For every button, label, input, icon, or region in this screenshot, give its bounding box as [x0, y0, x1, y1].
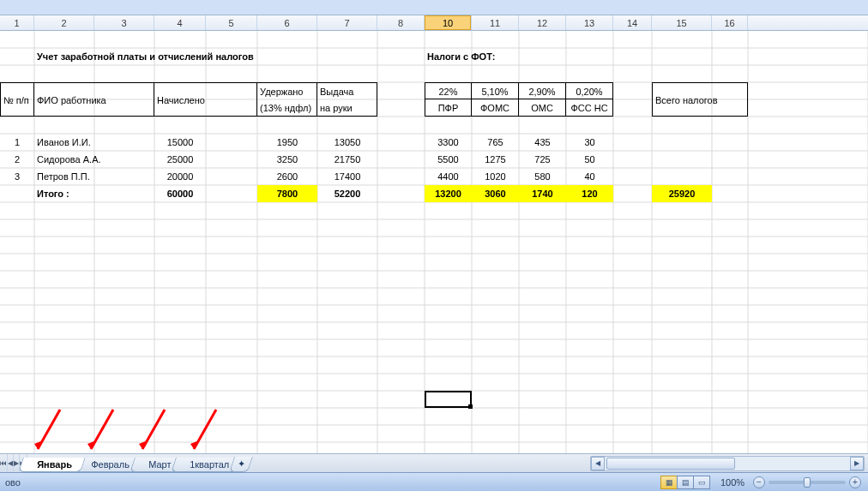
cell-withheld[interactable]: 2600: [257, 168, 317, 185]
sheet-tab-label: Март: [148, 459, 171, 470]
worksheet-grid[interactable]: Учет заработной платы и отчислений налог…: [0, 31, 868, 453]
zoom-control: 100% − +: [715, 476, 861, 488]
cell-tax[interactable]: 4400: [425, 168, 472, 185]
col-header-active[interactable]: 10: [425, 15, 472, 30]
tax-label: ПФР: [425, 99, 472, 117]
tab-first-icon[interactable]: ⏮: [0, 454, 8, 472]
column-headers: 1 2 3 4 5 6 7 8 10 11 12 13 14 15 16: [0, 15, 868, 31]
col-header[interactable]: 4: [154, 15, 206, 30]
col-header[interactable]: 16: [712, 15, 748, 30]
status-text: ово: [0, 477, 21, 488]
cell-n[interactable]: 2: [0, 151, 34, 168]
totals-tax[interactable]: 13200: [425, 185, 472, 202]
sheet-tab-label: Январь: [37, 459, 72, 470]
header-payout-sub: на руки: [317, 99, 377, 117]
cell-tax[interactable]: 3300: [425, 134, 472, 151]
cell-n[interactable]: 1: [0, 134, 34, 151]
sheet-tabs: Январь Февраль Март 1квартал ✦: [27, 454, 250, 472]
tax-label: ОМС: [519, 99, 566, 117]
col-header[interactable]: 5: [206, 15, 257, 30]
tax-pct: 0,20%: [566, 82, 613, 99]
totals-total-taxes[interactable]: 25920: [652, 185, 712, 202]
col-header[interactable]: 6: [257, 15, 317, 30]
tax-label: ФСС НС: [566, 99, 613, 117]
tax-pct: 22%: [425, 82, 472, 99]
zoom-slider-thumb[interactable]: [804, 477, 811, 488]
tax-label: ФОМС: [472, 99, 519, 117]
cell-accrued[interactable]: 20000: [154, 168, 206, 185]
header-total-taxes: Всего налогов: [652, 82, 748, 117]
header-npp: № п/п: [0, 82, 34, 117]
status-bar: ово ▦ ▤ ▭ 100% − +: [0, 472, 868, 491]
scroll-thumb[interactable]: [606, 458, 735, 470]
cell-tax[interactable]: 580: [519, 168, 566, 185]
totals-label: Итого :: [34, 185, 154, 202]
zoom-out-button[interactable]: −: [753, 476, 765, 488]
header-accrued: Начислено: [154, 82, 257, 117]
view-page-layout-icon[interactable]: ▤: [677, 476, 694, 489]
tax-pct: 2,90%: [519, 82, 566, 99]
cell-tax[interactable]: 435: [519, 134, 566, 151]
totals-tax[interactable]: 120: [566, 185, 613, 202]
horizontal-scrollbar[interactable]: ◀ ▶: [590, 456, 865, 471]
cell-accrued[interactable]: 25000: [154, 151, 206, 168]
cell-tax[interactable]: 1275: [472, 151, 519, 168]
ribbon-edge: [0, 0, 868, 15]
col-header[interactable]: 7: [317, 15, 377, 30]
scroll-right-icon[interactable]: ▶: [850, 457, 864, 470]
sheet-tab-strip: ⏮ ◀ ▶ ⏭ Январь Февраль Март 1квартал ✦ ◀…: [0, 453, 868, 472]
cell-accrued[interactable]: 15000: [154, 134, 206, 151]
new-sheet-icon: ✦: [238, 458, 245, 470]
cell-tax[interactable]: 50: [566, 151, 613, 168]
scroll-left-icon[interactable]: ◀: [591, 457, 605, 470]
zoom-in-button[interactable]: +: [849, 476, 861, 488]
totals-accrued[interactable]: 60000: [154, 185, 206, 202]
title-payroll: Учет заработной платы и отчислений налог…: [34, 48, 377, 65]
totals-withheld[interactable]: 7800: [257, 185, 317, 202]
cell-withheld[interactable]: 1950: [257, 134, 317, 151]
header-withheld-sub: (13% ндфл): [257, 99, 317, 117]
col-header[interactable]: 11: [472, 15, 519, 30]
header-fio: ФИО работника: [34, 82, 154, 117]
zoom-percent[interactable]: 100%: [715, 477, 750, 488]
totals-tax[interactable]: 3060: [472, 185, 519, 202]
sheet-tab[interactable]: Январь: [18, 458, 85, 472]
cell-tax[interactable]: 40: [566, 168, 613, 185]
cell-withheld[interactable]: 3250: [257, 151, 317, 168]
col-header[interactable]: 13: [566, 15, 613, 30]
cell-fio[interactable]: Иванов И.И.: [34, 134, 154, 151]
col-header[interactable]: 1: [0, 15, 34, 30]
cell-fio[interactable]: Петров П.П.: [34, 168, 154, 185]
view-page-break-icon[interactable]: ▭: [693, 476, 710, 489]
cell-tax[interactable]: 30: [566, 134, 613, 151]
cell-tax[interactable]: 5500: [425, 151, 472, 168]
zoom-slider[interactable]: [769, 481, 846, 484]
tab-prev-icon[interactable]: ◀: [8, 454, 14, 472]
col-header[interactable]: 8: [377, 15, 425, 30]
cell-n[interactable]: 3: [0, 168, 34, 185]
view-normal-icon[interactable]: ▦: [660, 476, 678, 489]
header-withheld: Удержано: [257, 82, 317, 99]
header-payout: Выдача: [317, 82, 377, 99]
col-header[interactable]: 3: [94, 15, 154, 30]
sheet-tab-label: 1квартал: [190, 459, 229, 470]
cell-payout[interactable]: 21750: [317, 151, 377, 168]
totals-payout[interactable]: 52200: [317, 185, 377, 202]
cell-payout[interactable]: 17400: [317, 168, 377, 185]
sheet-tab-label: Февраль: [91, 459, 130, 470]
totals-tax[interactable]: 1740: [519, 185, 566, 202]
tax-pct: 5,10%: [472, 82, 519, 99]
cell-tax[interactable]: 1020: [472, 168, 519, 185]
col-header[interactable]: 12: [519, 15, 566, 30]
cell-tax[interactable]: 765: [472, 134, 519, 151]
cell-fio[interactable]: Сидорова А.А.: [34, 151, 154, 168]
title-taxes: Налоги с ФОТ:: [425, 48, 596, 65]
new-sheet-button[interactable]: ✦: [229, 457, 253, 472]
col-header[interactable]: 2: [34, 15, 94, 30]
view-buttons: ▦ ▤ ▭: [661, 476, 710, 489]
col-header[interactable]: 14: [613, 15, 652, 30]
cell-payout[interactable]: 13050: [317, 134, 377, 151]
col-header[interactable]: 15: [652, 15, 712, 30]
cell-tax[interactable]: 725: [519, 151, 566, 168]
